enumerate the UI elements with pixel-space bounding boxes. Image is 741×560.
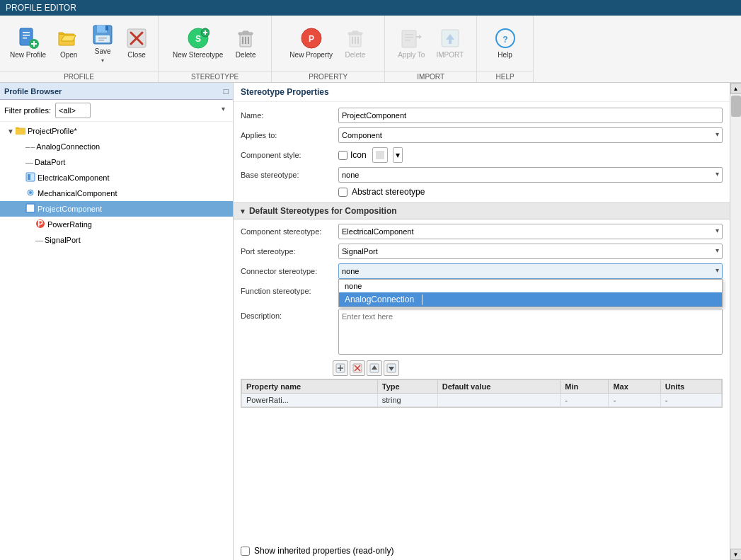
delete-icon: [234, 27, 257, 50]
col-units: Units: [660, 380, 721, 394]
col-property-name: Property name: [242, 380, 378, 394]
dropdown-item-none[interactable]: none: [339, 280, 722, 292]
tree-label-power-rating: PowerRating: [47, 220, 92, 229]
base-stereotype-select[interactable]: none: [338, 167, 723, 183]
ribbon-group-profile: New Profile Open: [0, 16, 159, 82]
tree-view: ▼ ProjectProfile* – – AnalogConnection —…: [0, 122, 233, 560]
table-row[interactable]: PowerRati... string - - -: [242, 394, 722, 407]
move-up-button[interactable]: [367, 360, 382, 376]
close-button[interactable]: Close: [121, 24, 152, 62]
delete-stereotype-label: Delete: [236, 51, 256, 59]
description-area: [338, 309, 723, 355]
port-stereotype-select[interactable]: none DataPort SignalPort: [338, 244, 723, 259]
filter-row: Filter profiles: <all>: [0, 100, 233, 122]
composition-title: Default Stereotypes for Composition: [249, 206, 397, 216]
inherited-checkbox[interactable]: [241, 547, 250, 556]
connector-dropdown-open[interactable]: none AnalogConnection │: [338, 279, 723, 307]
tree-item-signal-port[interactable]: — SignalPort: [0, 232, 233, 248]
scrollbar-thumb[interactable]: [731, 96, 741, 117]
style-color-dropdown[interactable]: ▾: [393, 147, 403, 163]
new-property-icon: P: [300, 27, 323, 50]
apply-label: Apply To: [398, 51, 425, 59]
tree-item-data-port[interactable]: — DataPort: [0, 154, 233, 170]
composition-header[interactable]: ▼ Default Stereotypes for Composition: [234, 202, 730, 219]
delete-stereotype-button[interactable]: Delete: [230, 24, 261, 62]
tree-label-data-port: DataPort: [35, 158, 65, 166]
scroll-down-arrow[interactable]: ▼: [730, 549, 742, 560]
new-property-button[interactable]: P New Property: [285, 24, 337, 62]
dash-connector-1: – –: [25, 142, 34, 151]
svg-rect-2: [23, 35, 30, 36]
delete-property-button[interactable]: Delete: [340, 24, 371, 62]
component-stereotype-select-wrap: none ElectricalComponent MechanicalCompo…: [338, 224, 723, 239]
port-stereotype-row: Port stereotype: none DataPort SignalPor…: [241, 244, 723, 259]
close-icon: [125, 27, 148, 50]
title-bar: PROFILE EDITOR: [0, 0, 741, 16]
panel-collapse-icon[interactable]: □: [224, 86, 229, 96]
abstract-stereotype-checkbox[interactable]: [338, 188, 347, 197]
base-stereotype-select-wrap: none: [338, 167, 723, 183]
composition-content: Component stereotype: none ElectricalCom…: [234, 219, 730, 303]
style-color-btn[interactable]: [372, 147, 388, 163]
applies-select[interactable]: Component: [338, 127, 723, 143]
description-row: Description:: [234, 306, 730, 358]
save-button[interactable]: Save ▾: [87, 21, 118, 67]
tree-label-signal-port: SignalPort: [45, 236, 81, 244]
import-group-label: IMPORT: [385, 71, 476, 81]
remove-property-button[interactable]: [350, 360, 365, 376]
help-button[interactable]: ? Help: [490, 24, 521, 62]
connector-stereotype-select[interactable]: none AnalogConnection: [338, 263, 723, 279]
icon-checkbox[interactable]: [338, 151, 347, 160]
filter-label: Filter profiles:: [4, 106, 51, 115]
function-stereotype-label: Function stereotype:: [241, 287, 333, 295]
help-label: Help: [498, 51, 512, 59]
tree-item-power-rating[interactable]: P PowerRating: [0, 217, 233, 232]
name-row: Name:: [241, 108, 723, 123]
new-stereotype-button[interactable]: S New Stereotype: [168, 24, 227, 62]
port-stereotype-label: Port stereotype:: [241, 247, 333, 256]
close-label: Close: [127, 51, 146, 59]
filter-select[interactable]: <all>: [55, 103, 91, 118]
component-stereotype-select[interactable]: none ElectricalComponent MechanicalCompo…: [338, 224, 723, 239]
left-panel: Profile Browser □ Filter profiles: <all>…: [0, 83, 234, 560]
expander-project-profile[interactable]: ▼: [6, 127, 16, 135]
connector-stereotype-row: Connector stereotype: none AnalogConnect…: [241, 263, 723, 279]
component-style-row: Component style: Icon ▾: [241, 147, 723, 163]
description-textarea[interactable]: [339, 309, 722, 352]
component-icon-1: [25, 172, 35, 184]
save-dropdown-arrow[interactable]: ▾: [101, 57, 104, 64]
ribbon-group-import: Apply To IMPORT IMPORT: [385, 16, 477, 82]
dropdown-item-analog[interactable]: AnalogConnection │: [339, 292, 722, 307]
base-stereotype-label: Base stereotype:: [241, 171, 333, 179]
svg-rect-32: [352, 31, 358, 33]
ribbon: New Profile Open: [0, 16, 741, 83]
name-input[interactable]: [338, 108, 723, 123]
new-profile-button[interactable]: New Profile: [6, 24, 50, 62]
apply-button[interactable]: Apply To: [394, 24, 429, 62]
filter-select-wrap: <all>: [55, 103, 229, 118]
new-stereotype-label: New Stereotype: [173, 51, 223, 59]
name-label: Name:: [241, 111, 333, 120]
svg-rect-41: [405, 40, 410, 41]
ribbon-group-stereotype: S New Stereotype: [159, 16, 272, 82]
svg-rect-48: [28, 174, 30, 180]
dash-connector-2: —: [25, 158, 33, 166]
tree-item-mechanical-component[interactable]: MechanicalComponent: [0, 185, 233, 201]
tree-item-project-component[interactable]: ProjectComponent: [0, 201, 233, 217]
tree-item-analog-connection[interactable]: – – AnalogConnection: [0, 139, 233, 154]
style-controls: Icon ▾: [338, 147, 403, 163]
description-label: Description:: [241, 309, 333, 320]
scroll-up-arrow[interactable]: ▲: [730, 83, 742, 94]
cell-min: -: [561, 394, 609, 407]
open-button[interactable]: Open: [53, 24, 84, 62]
tree-item-electrical-component[interactable]: ElectricalComponent: [0, 170, 233, 185]
panel-title: Profile Browser: [4, 87, 62, 96]
folder-icon: [16, 126, 25, 137]
tree-label-project-profile: ProjectProfile*: [28, 127, 77, 135]
import-button[interactable]: IMPORT: [432, 24, 468, 62]
svg-rect-24: [243, 31, 248, 33]
applies-row: Applies to: Component: [241, 127, 723, 143]
move-down-button[interactable]: [384, 360, 399, 376]
tree-item-project-profile[interactable]: ▼ ProjectProfile*: [0, 123, 233, 139]
add-property-button[interactable]: [333, 360, 348, 376]
